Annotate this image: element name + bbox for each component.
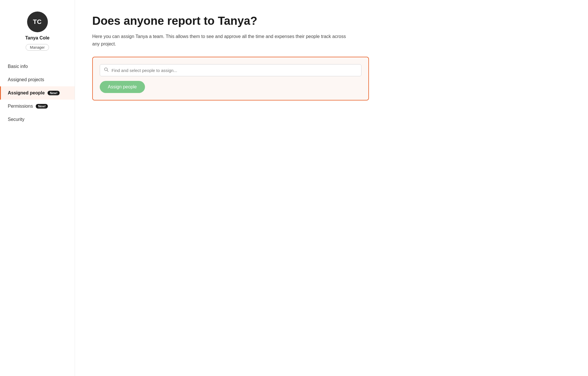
svg-line-1 [107, 71, 108, 72]
user-role-badge: Manager [26, 44, 49, 51]
new-badge-assigned-people: New! [48, 91, 60, 95]
user-name: Tanya Cole [25, 35, 49, 41]
sidebar-item-basic-info[interactable]: Basic info [0, 60, 75, 73]
avatar: TC [27, 12, 48, 32]
sidebar: TC Tanya Cole Manager Basic info Assigne… [0, 0, 75, 376]
page-title: Does anyone report to Tanya? [92, 14, 404, 28]
sidebar-item-security[interactable]: Security [0, 113, 75, 126]
assign-panel: Assign people [92, 57, 369, 100]
sidebar-item-label: Assigned projects [8, 77, 44, 82]
sidebar-item-label: Assigned people [8, 90, 45, 96]
search-bar [100, 64, 361, 76]
sidebar-item-permissions[interactable]: Permissions New! [0, 100, 75, 113]
sidebar-item-label: Permissions [8, 104, 33, 109]
sidebar-item-assigned-people[interactable]: Assigned people New! [0, 86, 75, 100]
search-input[interactable] [112, 68, 357, 73]
search-icon [104, 67, 109, 73]
sidebar-item-assigned-projects[interactable]: Assigned projects [0, 73, 75, 86]
sidebar-item-label: Security [8, 117, 24, 122]
sidebar-item-label: Basic info [8, 64, 28, 69]
page-description: Here you can assign Tanya a team. This a… [92, 33, 352, 48]
user-profile: TC Tanya Cole Manager [0, 7, 75, 58]
assign-people-button[interactable]: Assign people [100, 81, 145, 93]
nav-list: Basic info Assigned projects Assigned pe… [0, 60, 75, 126]
main-content: Does anyone report to Tanya? Here you ca… [75, 0, 421, 376]
new-badge-permissions: New! [36, 104, 48, 109]
